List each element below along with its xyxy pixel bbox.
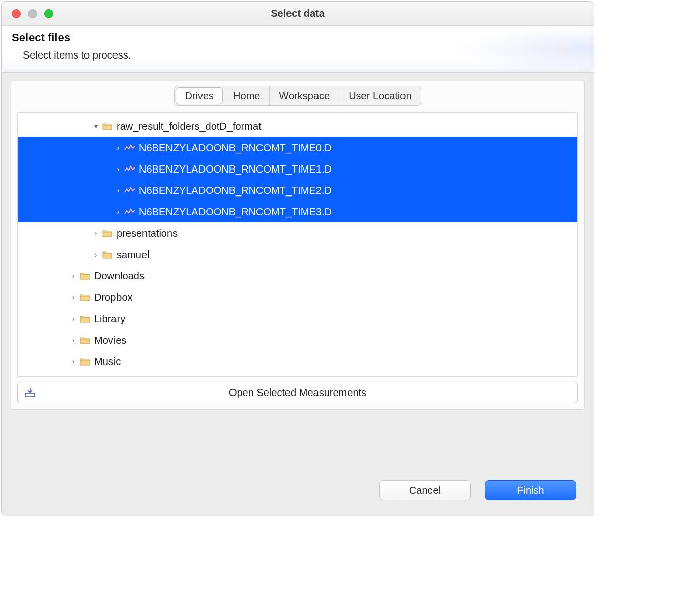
open-selected-label: Open Selected Measurements bbox=[229, 387, 366, 399]
tab-label: Drives bbox=[185, 90, 214, 102]
tab-drives[interactable]: Drives bbox=[176, 87, 223, 104]
tab-label: Workspace bbox=[279, 90, 330, 102]
chevron-right-icon[interactable]: › bbox=[112, 208, 124, 216]
folder-icon bbox=[79, 314, 91, 324]
content-area: Drives Home Workspace User Location ▾raw… bbox=[2, 73, 594, 516]
folder-icon bbox=[101, 121, 113, 131]
tab-label: User Location bbox=[349, 90, 411, 102]
tree-item-label: Dropbox bbox=[94, 292, 133, 303]
minimize-icon[interactable] bbox=[28, 9, 37, 18]
tab-user-location[interactable]: User Location bbox=[339, 86, 420, 105]
tree-item-folder[interactable]: ›presentations bbox=[18, 222, 578, 244]
chevron-right-icon[interactable]: › bbox=[90, 250, 101, 259]
chevron-right-icon[interactable]: › bbox=[112, 165, 124, 173]
tab-label: Home bbox=[233, 90, 260, 102]
tree-item-datafile[interactable]: ›N6BENZYLADOONB_RNCOMT_TIME3.D bbox=[18, 201, 578, 222]
tree-item-label: Music bbox=[94, 356, 121, 368]
tree-item-datafile[interactable]: ›N6BENZYLADOONB_RNCOMT_TIME1.D bbox=[18, 158, 578, 180]
dialog-window: Select data Select files Select items to… bbox=[1, 1, 594, 516]
chevron-right-icon[interactable]: › bbox=[68, 272, 79, 280]
page-title: Select files bbox=[12, 31, 584, 44]
tree-item-folder[interactable]: ›samuel bbox=[18, 244, 578, 265]
folder-icon bbox=[101, 249, 113, 260]
tree-item-label: N6BENZYLADOONB_RNCOMT_TIME1.D bbox=[139, 163, 332, 175]
tree-item-folder[interactable]: ›Movies bbox=[18, 329, 578, 351]
window-controls bbox=[2, 9, 53, 18]
file-browser-panel: Drives Home Workspace User Location ▾raw… bbox=[11, 81, 585, 410]
folder-icon bbox=[79, 356, 91, 367]
tree-item-folder[interactable]: ›Downloads bbox=[18, 265, 578, 287]
tree-item-label: raw_result_folders_dotD_format bbox=[117, 121, 262, 132]
tree-item-label: Library bbox=[94, 313, 125, 325]
import-icon bbox=[25, 388, 35, 397]
cancel-button[interactable]: Cancel bbox=[379, 480, 471, 500]
chevron-down-icon[interactable]: ▾ bbox=[90, 122, 101, 130]
chevron-right-icon[interactable]: › bbox=[68, 293, 79, 301]
chevron-right-icon[interactable]: › bbox=[112, 186, 124, 194]
chevron-right-icon[interactable]: › bbox=[68, 336, 79, 344]
window-title: Select data bbox=[2, 8, 594, 19]
dialog-footer: Cancel Finish bbox=[11, 476, 585, 508]
tree-item-label: presentations bbox=[117, 228, 178, 239]
tree-item-datafile[interactable]: ›N6BENZYLADOONB_RNCOMT_TIME0.D bbox=[18, 137, 578, 158]
chevron-right-icon[interactable]: › bbox=[90, 229, 101, 237]
chevron-right-icon[interactable]: › bbox=[112, 144, 124, 152]
folder-icon bbox=[101, 228, 113, 238]
svg-rect-0 bbox=[25, 393, 35, 397]
segmented-control: Drives Home Workspace User Location bbox=[174, 86, 421, 106]
tree-item-label: N6BENZYLADOONB_RNCOMT_TIME3.D bbox=[139, 206, 332, 218]
data-file-icon bbox=[124, 207, 136, 217]
tree-item-label: Movies bbox=[94, 334, 126, 346]
cancel-label: Cancel bbox=[409, 485, 441, 496]
chevron-right-icon[interactable]: › bbox=[68, 357, 79, 366]
zoom-icon[interactable] bbox=[44, 9, 53, 18]
data-file-icon bbox=[124, 164, 136, 174]
tree-item-label: Downloads bbox=[94, 270, 145, 282]
file-tree[interactable]: ▾raw_result_folders_dotD_format›N6BENZYL… bbox=[17, 112, 578, 377]
tree-item-folder[interactable]: ›Dropbox bbox=[18, 287, 578, 308]
open-selected-button[interactable]: Open Selected Measurements bbox=[17, 382, 578, 403]
folder-icon bbox=[79, 292, 91, 302]
finish-button[interactable]: Finish bbox=[485, 480, 576, 500]
location-tabs: Drives Home Workspace User Location bbox=[11, 81, 584, 109]
tree-item-datafile[interactable]: ›N6BENZYLADOONB_RNCOMT_TIME2.D bbox=[18, 180, 578, 201]
header: Select files Select items to process. bbox=[2, 26, 594, 73]
tree-item-folder[interactable]: ▾raw_result_folders_dotD_format bbox=[18, 116, 578, 137]
tree-item-label: samuel bbox=[117, 249, 149, 261]
chevron-right-icon[interactable]: › bbox=[68, 315, 79, 323]
tab-home[interactable]: Home bbox=[224, 86, 270, 105]
folder-icon bbox=[79, 271, 91, 281]
close-icon[interactable] bbox=[12, 9, 21, 18]
tree-item-folder[interactable]: ›Music bbox=[18, 351, 578, 372]
titlebar: Select data bbox=[2, 2, 594, 26]
tree-item-label: N6BENZYLADOONB_RNCOMT_TIME2.D bbox=[139, 185, 332, 197]
folder-icon bbox=[79, 335, 91, 345]
page-subtitle: Select items to process. bbox=[12, 49, 584, 61]
finish-label: Finish bbox=[517, 485, 544, 496]
tree-item-folder[interactable]: ›Library bbox=[18, 308, 578, 329]
data-file-icon bbox=[124, 185, 136, 195]
data-file-icon bbox=[124, 143, 136, 153]
tab-workspace[interactable]: Workspace bbox=[270, 86, 339, 105]
tree-item-label: N6BENZYLADOONB_RNCOMT_TIME0.D bbox=[139, 142, 332, 154]
